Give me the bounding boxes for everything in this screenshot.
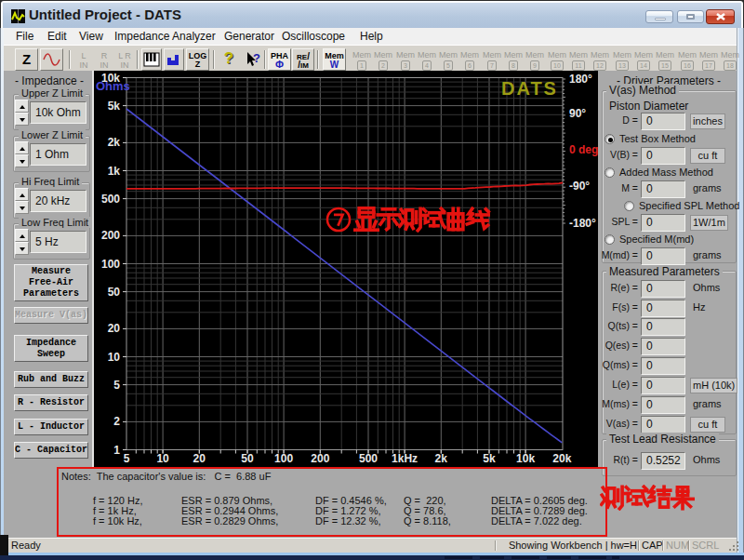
svg-text:50: 50: [108, 286, 121, 299]
svg-text:10k: 10k: [516, 452, 535, 465]
svg-text:2k: 2k: [435, 452, 448, 465]
svg-text:100: 100: [274, 452, 293, 465]
svg-text:Ohms: Ohms: [96, 79, 130, 93]
svg-text:500: 500: [101, 193, 120, 206]
svg-text:5: 5: [113, 379, 120, 392]
svg-text:100: 100: [101, 258, 120, 271]
svg-text:500: 500: [359, 452, 378, 465]
svg-text:1k: 1k: [108, 165, 121, 178]
svg-text:?: ?: [253, 51, 260, 65]
svg-text:10: 10: [108, 351, 121, 364]
svg-text:200: 200: [311, 452, 329, 465]
svg-text:10: 10: [156, 452, 169, 465]
svg-text:20: 20: [193, 452, 206, 465]
svg-text:20: 20: [108, 322, 121, 335]
svg-text:2: 2: [113, 415, 120, 428]
svg-text:5k: 5k: [108, 100, 121, 113]
svg-text:180°: 180°: [569, 73, 592, 86]
svg-text:DATS: DATS: [501, 78, 558, 99]
svg-text:200: 200: [101, 229, 120, 242]
svg-text:5: 5: [124, 452, 130, 465]
svg-text:5k: 5k: [483, 452, 496, 465]
svg-text:2k: 2k: [108, 136, 121, 149]
svg-text:50: 50: [241, 452, 254, 465]
svg-text:1: 1: [113, 444, 120, 457]
svg-text:1kHz: 1kHz: [392, 452, 418, 465]
